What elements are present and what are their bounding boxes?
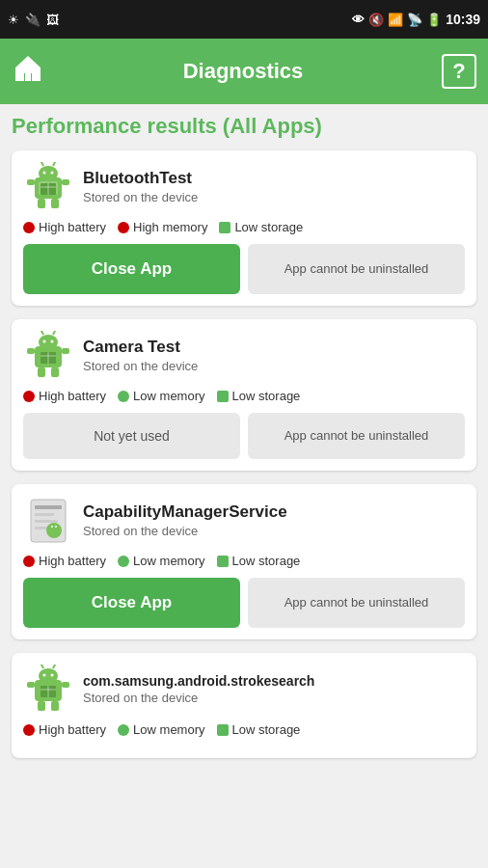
- app-metrics-bluetooth: High battery High memory Low storage: [23, 220, 465, 234]
- usb-icon: 🔌: [25, 13, 41, 27]
- cannot-uninstall-button-camera: App cannot be uninstalled: [248, 413, 465, 459]
- metric-battery-strokesearch: High battery: [23, 722, 106, 737]
- app-subtitle-capability: Stored on the device: [83, 524, 198, 538]
- app-header-strokesearch: com.samsung.android.strokesearch Stored …: [23, 665, 465, 715]
- app-info-strokesearch: com.samsung.android.strokesearch Stored …: [83, 673, 314, 706]
- app-header-capability: CapabilityManagerService Stored on the d…: [23, 496, 465, 546]
- image-icon: 🖼: [46, 13, 59, 27]
- app-icon-camera: [23, 331, 73, 381]
- svg-rect-7: [38, 199, 45, 208]
- app-subtitle-camera: Stored on the device: [83, 359, 198, 373]
- app-name-camera: Camera Test: [83, 338, 198, 357]
- memory-dot: [118, 222, 129, 233]
- svg-rect-45: [38, 701, 45, 711]
- storage-label-capability: Low storage: [232, 554, 301, 568]
- status-bar-icons: ☀ 🔌 🖼: [8, 13, 59, 27]
- svg-line-5: [41, 162, 43, 166]
- metric-memory: High memory: [118, 220, 207, 234]
- app-actions-capability: Close App App cannot be uninstalled: [23, 578, 465, 628]
- svg-point-3: [43, 172, 46, 175]
- storage-label: Low storage: [234, 220, 303, 234]
- app-actions-camera: Not yet used App cannot be uninstalled: [23, 413, 465, 459]
- svg-point-37: [55, 526, 57, 528]
- app-name-strokesearch: com.samsung.android.strokesearch: [83, 673, 314, 689]
- svg-rect-46: [51, 701, 59, 711]
- sun-icon: ☀: [8, 13, 19, 27]
- metric-storage: Low storage: [219, 220, 303, 234]
- svg-rect-38: [50, 529, 58, 535]
- svg-line-43: [41, 665, 43, 668]
- app-metrics-strokesearch: High battery Low memory Low storage: [23, 722, 465, 737]
- memory-dot-strokesearch: [118, 724, 129, 736]
- svg-point-17: [43, 340, 46, 343]
- app-info-camera: Camera Test Stored on the device: [83, 338, 198, 374]
- battery-label: High battery: [39, 220, 106, 234]
- status-bar-right: 👁 🔇 📶 📡 🔋 10:39: [352, 12, 480, 27]
- memory-label-strokesearch: Low memory: [133, 722, 204, 737]
- memory-label: High memory: [133, 220, 207, 234]
- metric-memory-strokesearch: Low memory: [118, 722, 204, 737]
- app-metrics-capability: High battery Low memory Low storage: [23, 554, 465, 568]
- main-content: Performance results (All Apps): [0, 104, 488, 781]
- svg-point-41: [43, 674, 46, 677]
- svg-line-44: [53, 665, 56, 668]
- eye-icon: 👁: [352, 13, 365, 27]
- svg-rect-48: [62, 682, 69, 688]
- storage-dot-strokesearch: [217, 724, 229, 736]
- app-actions-bluetooth: Close App App cannot be uninstalled: [23, 244, 465, 294]
- metric-battery-capability: High battery: [23, 554, 106, 568]
- app-icon-capability: [23, 496, 73, 546]
- svg-rect-23: [27, 348, 35, 354]
- svg-point-18: [51, 340, 54, 343]
- battery-dot-capability: [23, 556, 35, 567]
- svg-point-40: [39, 668, 58, 684]
- storage-label-camera: Low storage: [232, 389, 301, 403]
- svg-line-19: [41, 331, 43, 335]
- battery-dot-camera: [23, 391, 35, 402]
- storage-dot: [219, 222, 230, 233]
- svg-rect-32: [35, 520, 58, 523]
- metric-memory-camera: Low memory: [118, 389, 204, 403]
- close-app-button-bluetooth[interactable]: Close App: [23, 244, 240, 294]
- storage-label-strokesearch: Low storage: [232, 722, 301, 737]
- battery-label-capability: High battery: [39, 554, 106, 568]
- app-card-camera: Camera Test Stored on the device High ba…: [12, 319, 476, 471]
- svg-rect-47: [27, 682, 35, 688]
- metric-battery-camera: High battery: [23, 389, 106, 403]
- metric-storage-camera: Low storage: [217, 389, 301, 403]
- app-metrics-camera: High battery Low memory Low storage: [23, 389, 465, 403]
- home-icon[interactable]: [12, 52, 44, 92]
- battery-dot: [23, 222, 35, 233]
- svg-point-4: [51, 172, 54, 175]
- help-icon[interactable]: ?: [442, 54, 476, 89]
- wifi-icon: 📶: [388, 13, 403, 27]
- storage-dot-capability: [217, 556, 229, 567]
- svg-line-6: [53, 162, 56, 166]
- app-icon-strokesearch: [23, 665, 73, 715]
- app-card-strokesearch: com.samsung.android.strokesearch Stored …: [12, 653, 476, 758]
- svg-point-36: [51, 526, 53, 528]
- svg-rect-9: [27, 179, 35, 185]
- battery-dot-strokesearch: [23, 724, 35, 736]
- signal-icon: 📡: [407, 13, 422, 27]
- svg-rect-0: [25, 73, 31, 81]
- metric-memory-capability: Low memory: [118, 554, 204, 568]
- app-info-bluetooth: BluetoothTest Stored on the device: [83, 169, 198, 205]
- not-used-button-camera[interactable]: Not yet used: [23, 413, 240, 459]
- svg-rect-8: [51, 199, 59, 208]
- svg-rect-30: [35, 505, 62, 509]
- app-header-bluetooth: BluetoothTest Stored on the device: [23, 162, 465, 212]
- app-subtitle-bluetooth: Stored on the device: [83, 190, 198, 204]
- app-card-capability: CapabilityManagerService Stored on the d…: [12, 484, 476, 639]
- battery-label-strokesearch: High battery: [39, 722, 106, 737]
- svg-rect-31: [35, 513, 54, 516]
- svg-line-20: [53, 331, 56, 335]
- close-app-button-capability[interactable]: Close App: [23, 578, 240, 628]
- svg-point-42: [51, 674, 54, 677]
- metric-storage-capability: Low storage: [217, 554, 301, 568]
- memory-dot-camera: [118, 391, 129, 402]
- svg-point-16: [39, 335, 58, 350]
- svg-rect-22: [51, 367, 59, 377]
- app-name-bluetooth: BluetoothTest: [83, 169, 198, 188]
- memory-dot-capability: [118, 556, 129, 567]
